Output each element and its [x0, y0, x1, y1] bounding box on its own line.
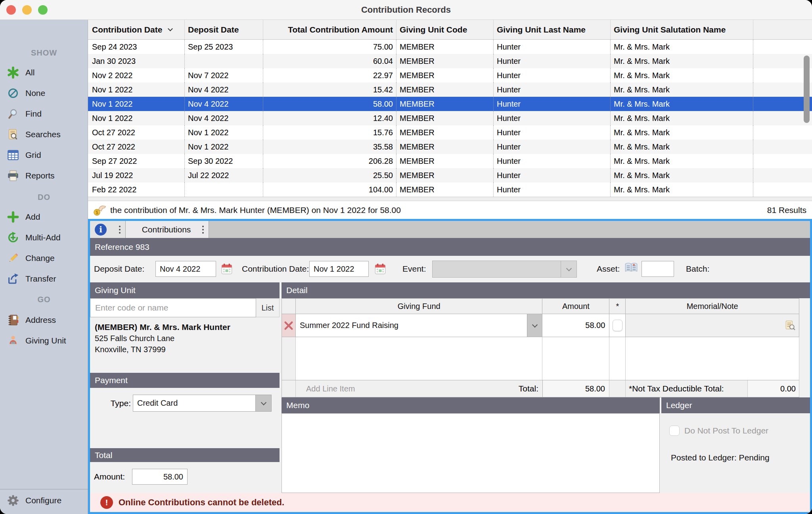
table-row[interactable]: Oct 27 2022 Nov 1 2022 35.58 MEMBER Hunt…: [88, 140, 812, 154]
sidebar-item-label: Change: [25, 253, 55, 263]
table-row[interactable]: Feb 22 2022 104.00 MEMBER Hunter Mr. & M…: [88, 182, 812, 197]
sidebar-item-label: Configure: [25, 496, 61, 505]
deposit-date-input[interactable]: [155, 261, 216, 277]
status-text: the contribution of Mr. & Mrs. Mark Hunt…: [110, 205, 767, 215]
table-row[interactable]: Sep 27 2022 Sep 30 2022 206.28 MEMBER Hu…: [88, 154, 812, 168]
detail-col-amount: Amount: [542, 299, 609, 314]
tab-bar: i Contributions: [90, 221, 810, 238]
asset-input[interactable]: [642, 261, 674, 277]
sidebar-item-label: Add: [25, 212, 40, 222]
plus-icon: [6, 211, 20, 223]
batch-label: Batch:: [686, 261, 710, 277]
contribution-detail-panel: i Contributions Reference 983 Deposit Da…: [88, 219, 812, 514]
sidebar-item-find[interactable]: Find: [0, 107, 88, 121]
sidebar-item-reports[interactable]: Reports: [0, 169, 88, 182]
share-arrow-icon: [6, 273, 20, 285]
line-item-amount[interactable]: 58.00: [542, 314, 609, 337]
gear-icon: [6, 495, 20, 506]
sidebar-item-change[interactable]: Change: [0, 251, 88, 265]
column-header-total-contribution-amount[interactable]: Total Contribution Amount: [263, 20, 396, 39]
results-count: 81 Results: [767, 205, 806, 215]
zoom-window-button[interactable]: [38, 5, 48, 15]
contribution-date-input[interactable]: [309, 261, 369, 277]
close-window-button[interactable]: [6, 5, 16, 15]
table-row[interactable]: Sep 24 2023 Sep 25 2023 75.00 MEMBER Hun…: [88, 40, 812, 54]
giving-unit-address-line: Knoxville, TN 37999: [95, 344, 275, 355]
sidebar-item-address[interactable]: Address: [0, 313, 88, 327]
total-label: Total:: [519, 384, 542, 393]
detail-total-value: 58.00: [542, 380, 609, 397]
total-amount-input[interactable]: [132, 469, 188, 485]
sidebar-item-label: Giving Unit: [25, 336, 66, 345]
event-select[interactable]: [432, 261, 577, 278]
memorial-note-cell[interactable]: [626, 314, 799, 337]
giving-unit-address-line: 525 Falls Church Lane: [95, 333, 275, 344]
sidebar-item-multi-add[interactable]: Multi-Add: [0, 231, 88, 244]
sort-descending-icon: [168, 26, 173, 31]
horizontal-scrollbar-track[interactable]: [88, 197, 812, 201]
calendar-icon[interactable]: [374, 263, 386, 276]
column-header-deposit-date[interactable]: Deposit Date: [185, 20, 263, 39]
sidebar: SHOW All None Find Searches Grid Reports…: [0, 20, 88, 514]
table-row[interactable]: Oct 27 2022 Nov 1 2022 15.76 MEMBER Hunt…: [88, 125, 812, 140]
table-row[interactable]: Nov 1 2022 Nov 4 2022 12.40 MEMBER Hunte…: [88, 111, 812, 125]
circle-slash-icon: [6, 88, 20, 99]
error-message: Online Contributions cannot be deleted.: [119, 497, 284, 508]
sidebar-item-label: Transfer: [25, 274, 56, 284]
payment-type-label: Type:: [106, 395, 131, 412]
chevron-down-icon: [527, 314, 542, 337]
minimize-window-button[interactable]: [22, 5, 32, 15]
detail-col-star: *: [609, 299, 626, 314]
memo-area: [282, 413, 660, 493]
detail-line-item-row: Summer 2022 Fund Raising 58.00: [282, 314, 799, 337]
sidebar-item-searches[interactable]: Searches: [0, 128, 88, 141]
do-not-post-checkbox[interactable]: [669, 426, 680, 436]
asset-lookup-icon[interactable]: [624, 262, 638, 275]
tab-contributions[interactable]: Contributions: [126, 221, 209, 238]
table-row[interactable]: Nov 1 2022 Nov 4 2022 15.42 MEMBER Hunte…: [88, 82, 812, 97]
address-book-icon: [6, 314, 20, 326]
giving-fund-select[interactable]: Summer 2022 Fund Raising: [296, 314, 543, 337]
not-tax-deductible-total-value: 0.00: [747, 380, 799, 397]
table-row[interactable]: Nov 1 2022 Nov 4 2022 58.00 MEMBER Hunte…: [88, 97, 812, 111]
sidebar-section-show: SHOW: [0, 46, 88, 59]
add-line-item-button[interactable]: Add Line Item: [296, 384, 355, 393]
svg-text:$: $: [96, 209, 98, 215]
table-row[interactable]: Jul 19 2022 Jul 22 2022 25.50 MEMBER Hun…: [88, 168, 812, 182]
giving-unit-search-input[interactable]: [90, 298, 256, 317]
tab-info[interactable]: i: [90, 221, 126, 238]
vertical-scrollbar-thumb[interactable]: [804, 56, 810, 123]
calendar-icon[interactable]: [221, 263, 233, 276]
column-header-giving-unit-last-name[interactable]: Giving Unit Last Name: [494, 20, 611, 39]
payment-type-select[interactable]: Credit Card: [133, 395, 272, 412]
list-button[interactable]: List: [256, 298, 280, 317]
memorial-lookup-icon[interactable]: [785, 320, 796, 331]
sidebar-item-configure[interactable]: Configure: [0, 494, 88, 507]
do-not-post-label: Do Not Post To Ledger: [684, 426, 768, 436]
sidebar-item-grid[interactable]: Grid: [0, 148, 88, 162]
sidebar-item-transfer[interactable]: Transfer: [0, 272, 88, 286]
sidebar-item-label: Address: [25, 315, 56, 325]
ledger-area: Do Not Post To Ledger Posted to Ledger: …: [661, 413, 810, 493]
table-row[interactable]: Nov 2 2022 Nov 7 2022 22.97 MEMBER Hunte…: [88, 68, 812, 82]
memo-textarea[interactable]: [282, 413, 660, 493]
tab-options-icon[interactable]: [119, 226, 121, 234]
column-header-giving-unit-code[interactable]: Giving Unit Code: [396, 20, 494, 39]
sidebar-item-label: None: [25, 88, 45, 98]
sidebar-item-label: All: [25, 68, 34, 77]
not-tax-deductible-checkbox[interactable]: [609, 314, 626, 337]
column-header-giving-unit-salutation-name[interactable]: Giving Unit Salutation Name: [611, 20, 753, 39]
detail-col-memorial-note: Memorial/Note: [626, 299, 799, 314]
column-header-contribution-date[interactable]: Contribution Date: [88, 20, 185, 39]
reference-header: Reference 983: [90, 238, 810, 256]
tab-options-icon[interactable]: [202, 226, 204, 234]
column-header-spacer: [753, 20, 812, 39]
delete-line-item-button[interactable]: [282, 314, 296, 337]
sidebar-item-add[interactable]: Add: [0, 210, 88, 224]
table-row[interactable]: Jan 30 2023 60.04 MEMBER Hunter Mr. & Mr…: [88, 54, 812, 68]
sidebar-item-giving-unit[interactable]: Giving Unit: [0, 334, 88, 347]
error-bar: ! Online Contributions cannot be deleted…: [90, 493, 810, 512]
app-window: Contribution Records SHOW All None Find …: [0, 0, 812, 514]
sidebar-item-all[interactable]: All: [0, 66, 88, 79]
sidebar-item-none[interactable]: None: [0, 86, 88, 100]
